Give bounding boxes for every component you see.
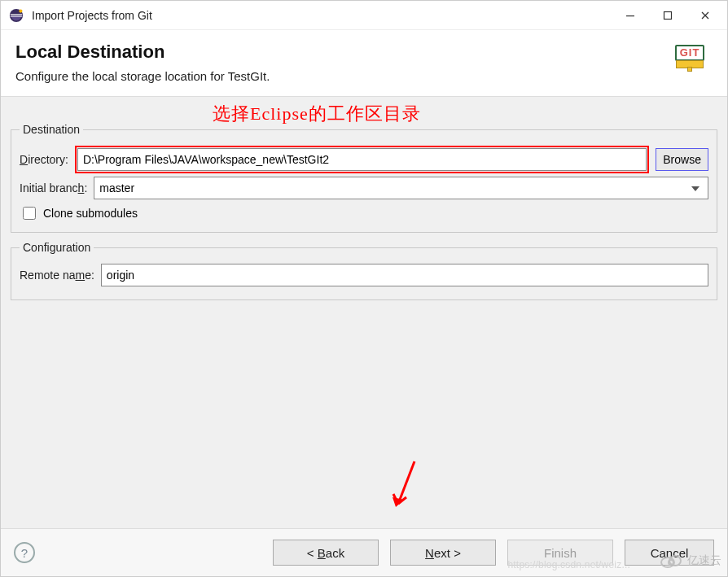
initial-branch-value: master (99, 181, 134, 195)
help-icon[interactable]: ? (14, 542, 35, 563)
titlebar: Import Projects from Git (1, 1, 727, 30)
git-logo-icon: GIT (669, 45, 711, 77)
remote-name-label: Remote name: (20, 269, 94, 282)
page-subtitle: Configure the local storage location for… (15, 69, 669, 83)
svg-point-3 (19, 9, 22, 12)
svg-rect-4 (626, 15, 634, 16)
browse-button[interactable]: Browse (656, 148, 708, 171)
configuration-legend: Configuration (20, 241, 94, 254)
initial-branch-label: Initial branch: (20, 181, 87, 195)
cancel-button[interactable]: Cancel (625, 540, 714, 566)
close-button[interactable] (686, 3, 724, 28)
window-controls (612, 3, 724, 28)
eclipse-icon (9, 8, 24, 23)
dialog-content: 选择Eclipse的工作区目录 Destination Directory: B… (1, 96, 727, 529)
svg-rect-1 (11, 14, 22, 15)
next-button[interactable]: Next > (390, 540, 496, 566)
finish-button: Finish (507, 540, 613, 566)
svg-marker-6 (393, 497, 404, 507)
window-title: Import Projects from Git (32, 9, 612, 22)
directory-highlight (75, 146, 649, 173)
maximize-button[interactable] (649, 3, 686, 28)
directory-input[interactable] (77, 148, 647, 171)
initial-branch-row: Initial branch: master (20, 177, 708, 199)
back-button[interactable]: < Back (273, 540, 379, 566)
dialog-header: Local Destination Configure the local st… (1, 30, 727, 96)
clone-submodules-label: Clone submodules (43, 207, 138, 220)
remote-name-input[interactable] (101, 264, 708, 286)
directory-label: Directory: (20, 153, 68, 166)
clone-submodules-checkbox[interactable] (23, 207, 36, 220)
dialog-footer: ? < Back Next > Finish Cancel https://bl… (1, 529, 727, 576)
destination-legend: Destination (20, 123, 83, 136)
git-badge-text: GIT (675, 45, 705, 61)
directory-row: Directory: Browse (20, 146, 708, 173)
svg-rect-5 (664, 11, 672, 19)
remote-name-row: Remote name: (20, 264, 708, 286)
initial-branch-select[interactable]: master (94, 177, 708, 199)
svg-rect-2 (11, 15, 22, 16)
configuration-group: Configuration Remote name: (11, 241, 717, 300)
clone-submodules-row: Clone submodules (20, 204, 708, 222)
destination-group: Destination Directory: Browse Initial br… (11, 123, 717, 233)
annotation-arrow-icon (375, 457, 424, 522)
minimize-button[interactable] (612, 3, 649, 28)
page-title: Local Destination (15, 42, 669, 63)
